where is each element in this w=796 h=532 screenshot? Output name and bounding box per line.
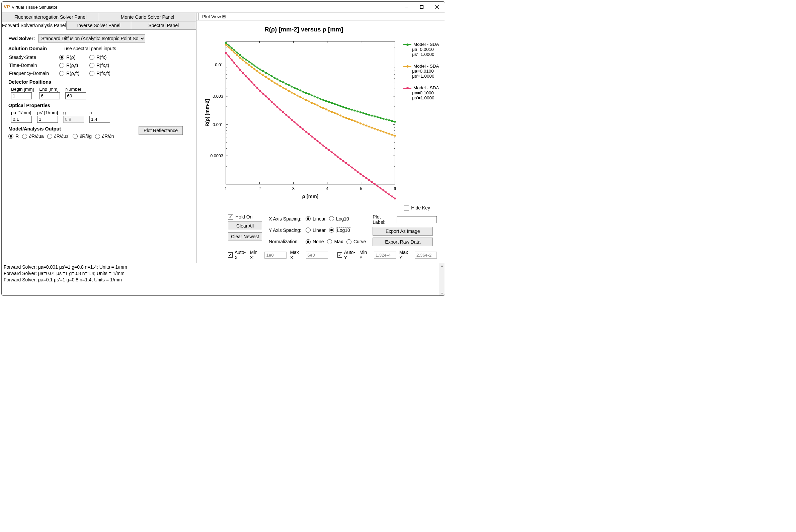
scrollbar[interactable]: ▴▾: [439, 263, 445, 296]
svg-point-216: [288, 116, 290, 118]
max-x-input[interactable]: [306, 252, 328, 259]
min-y-input[interactable]: [374, 252, 396, 259]
auto-x-checkbox[interactable]: Auto-X: [228, 250, 246, 260]
normalization-radio[interactable]: None: [306, 239, 324, 244]
primary-tab[interactable]: Fluence/Interrogation Solver Panel: [2, 13, 99, 21]
domain-radio[interactable]: R(ρ,t): [59, 62, 89, 68]
svg-point-168: [322, 107, 325, 109]
optical-input[interactable]: [89, 116, 110, 123]
normalization-radio[interactable]: Max: [327, 239, 343, 244]
normalization-radio[interactable]: Curve: [347, 239, 366, 244]
svg-point-149: [268, 78, 270, 80]
svg-point-231: [331, 151, 333, 153]
svg-point-173: [337, 113, 339, 115]
svg-point-121: [359, 111, 362, 113]
optical-input[interactable]: [11, 116, 32, 123]
svg-point-91: [274, 77, 276, 79]
secondary-tab[interactable]: Forward Solver/Analysis Panel: [2, 21, 67, 30]
svg-point-240: [356, 171, 358, 173]
svg-point-152: [277, 83, 278, 85]
svg-point-213: [279, 109, 281, 111]
detector-inputs: Begin [mm] End [mm] Number: [11, 87, 189, 99]
svg-point-136: [230, 49, 233, 51]
svg-point-246: [374, 183, 376, 185]
hide-key-checkbox[interactable]: Hide Key: [404, 205, 430, 210]
svg-rect-1: [421, 6, 423, 9]
svg-point-163: [308, 100, 310, 102]
hold-on-checkbox[interactable]: Hold On: [228, 214, 262, 220]
left-panel: Fluence/Interrogation Solver PanelMonte …: [2, 13, 197, 263]
detector-input[interactable]: [11, 92, 32, 99]
svg-text:R(ρ) [mm-2] versus ρ [mm]: R(ρ) [mm-2] versus ρ [mm]: [264, 26, 343, 33]
y-axis-spacing-radio[interactable]: Linear: [306, 227, 326, 233]
detector-col-label: Begin [mm]: [11, 87, 34, 92]
svg-point-107: [319, 98, 321, 100]
svg-point-143: [251, 66, 253, 68]
svg-point-196: [230, 59, 233, 60]
svg-point-153: [279, 85, 281, 87]
plot-label-label: Plot Label:: [373, 214, 393, 225]
export-image-button[interactable]: Export As Image: [373, 227, 433, 235]
svg-point-128: [380, 117, 382, 119]
output-radio[interactable]: ∂R/∂μa: [22, 133, 44, 139]
spectral-checkbox[interactable]: use spectral panel inputs: [57, 46, 116, 51]
svg-point-233: [337, 156, 339, 157]
output-radio[interactable]: ∂R/∂n: [95, 133, 114, 139]
svg-point-165: [314, 103, 316, 105]
domain-radio[interactable]: R(fx,ft): [89, 71, 119, 76]
svg-point-177: [348, 118, 350, 120]
svg-point-229: [325, 147, 327, 149]
clear-all-button[interactable]: Clear All: [228, 222, 262, 230]
y-axis-spacing-radio[interactable]: Log10: [329, 227, 351, 233]
fwd-solver-select[interactable]: Standard Diffusion (Analytic: Isotropic …: [38, 35, 145, 42]
optical-title: Optical Properties: [8, 103, 189, 108]
x-axis-spacing-radio[interactable]: Linear: [306, 216, 326, 222]
svg-text:4: 4: [326, 186, 328, 191]
svg-point-132: [391, 120, 393, 122]
export-data-button[interactable]: Export Raw Data: [373, 238, 433, 246]
svg-point-131: [388, 119, 390, 121]
svg-point-140: [242, 60, 244, 61]
domain-radio[interactable]: R(fx): [89, 55, 119, 60]
svg-point-204: [253, 84, 255, 86]
primary-tab[interactable]: Monte Carlo Solver Panel: [99, 13, 196, 21]
plot-reflectance-button[interactable]: Plot Reflectance: [138, 126, 183, 135]
min-x-input[interactable]: [264, 252, 286, 259]
detector-input[interactable]: [39, 92, 60, 99]
close-button[interactable]: [429, 2, 445, 12]
output-radio[interactable]: R: [8, 133, 19, 139]
svg-point-98: [294, 87, 296, 89]
axis-options: X Axis Spacing:LinearLog10Y Axis Spacing…: [269, 214, 366, 246]
optical-input[interactable]: [37, 116, 58, 123]
minimize-button[interactable]: [399, 2, 414, 12]
detector-input[interactable]: [65, 92, 86, 99]
legend-entry: Model - SDA μa=0.0010 μs'=1.0000: [403, 42, 444, 57]
max-y-input[interactable]: [415, 252, 437, 259]
output-radio[interactable]: ∂R/∂μs': [47, 133, 70, 139]
plot-label-input[interactable]: [397, 216, 437, 223]
auto-y-checkbox[interactable]: Auto-Y: [337, 250, 356, 260]
secondary-tab[interactable]: Spectral Panel: [131, 21, 196, 30]
svg-point-181: [359, 122, 362, 125]
plot-view-tab[interactable]: Plot View: [199, 13, 229, 20]
primary-tabs: Fluence/Interrogation Solver PanelMonte …: [2, 13, 196, 21]
domain-radio[interactable]: R(ρ): [59, 55, 89, 60]
svg-point-230: [328, 149, 330, 151]
optical-input[interactable]: [63, 116, 84, 123]
x-axis-spacing-radio[interactable]: Log10: [329, 216, 349, 222]
svg-point-162: [305, 99, 307, 101]
svg-point-226: [317, 140, 319, 142]
svg-point-232: [334, 154, 336, 156]
svg-point-191: [388, 133, 390, 135]
svg-point-123: [365, 113, 367, 115]
clear-newest-button[interactable]: Clear Newest: [228, 232, 262, 241]
svg-point-158: [294, 93, 296, 95]
domain-radio[interactable]: R(ρ,ft): [59, 71, 89, 76]
secondary-tab[interactable]: Inverse Solver Panel: [67, 21, 132, 30]
log-line: Forward Solver: μa=0.1 μs'=1 g=0.8 n=1.4…: [4, 277, 443, 283]
svg-point-144: [253, 68, 255, 70]
domain-radio[interactable]: R(fx,t): [89, 62, 119, 68]
svg-point-220: [299, 126, 301, 128]
output-radio[interactable]: ∂R/∂g: [73, 133, 92, 139]
maximize-button[interactable]: [414, 2, 429, 12]
